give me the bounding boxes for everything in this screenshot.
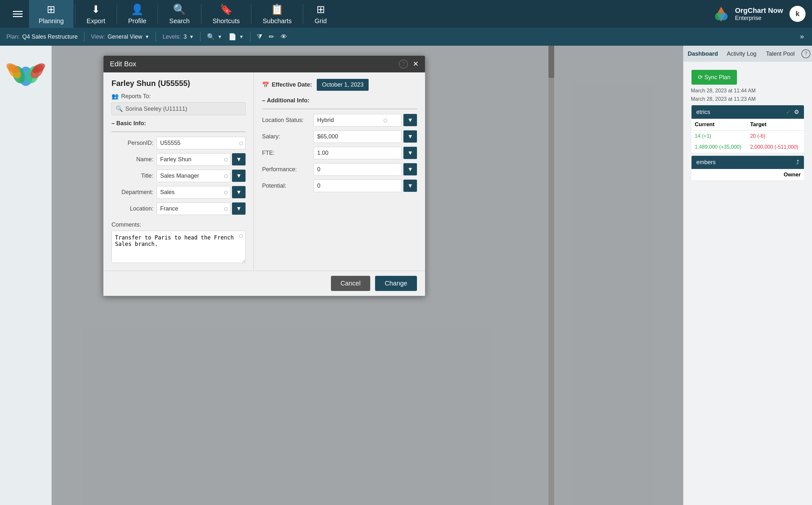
department-dropdown-button[interactable]: ▼ [232,186,245,198]
performance-dropdown-button[interactable]: ▼ [403,163,417,175]
potential-input[interactable] [314,180,402,192]
location-row: Location: ⬡ ▼ [112,202,245,215]
title-input[interactable] [156,170,230,182]
person-id-label: PersonID: [112,140,153,146]
modal-right-section: 📅 Effective Date: October 1, 2023 – Addi… [254,72,425,271]
export-control[interactable]: 📄 ▼ [228,33,244,40]
title-row: Title: ⬡ ▼ [112,170,245,182]
hamburger-menu[interactable] [6,8,29,20]
performance-field: ▼ [314,163,417,176]
potential-row: Potential: ▼ [262,180,417,192]
nav-item-search[interactable]: 🔍 Search [159,0,199,28]
salary-dropdown-button[interactable]: ▼ [403,130,417,143]
department-input[interactable] [156,186,230,199]
search-small-icon: 🔍 [116,105,123,112]
group-icon: 👥 [112,93,119,100]
toolbar-divider-4 [250,32,250,41]
nav-item-shortcuts[interactable]: 🔖 Shortcuts [203,0,249,28]
modal-close-button[interactable]: ✕ [413,60,419,68]
metrics-check-icon[interactable]: ✓ [786,109,791,116]
nav-item-export[interactable]: ⬇ Export [77,0,115,28]
metrics-row-1: 14 (+1) 20 (-6) [692,131,804,142]
name-label: Name: [112,156,153,163]
levels-chevron-icon: ▼ [189,34,194,39]
title-dropdown-button[interactable]: ▼ [232,170,245,182]
modal-body: Farley Shun (U55555) 👥 Reports To: 🔍 Sor… [103,72,425,271]
right-panel-help-button[interactable]: ? [801,49,810,58]
comments-textarea[interactable] [112,231,245,263]
nav-divider-4 [201,4,201,23]
reports-to-field[interactable]: 🔍 Sorina Seeley (U11111) [112,102,245,115]
levels-value: 3 [183,33,187,40]
levels-selector[interactable]: Levels: 3 ▼ [162,33,194,40]
fte-dropdown-button[interactable]: ▼ [403,147,417,159]
modal-footer: Cancel Change [103,271,425,296]
reports-to-label: 👥 Reports To: [112,93,245,100]
zoom-icon: 🔍 [207,33,215,40]
name-input[interactable] [156,153,230,166]
tab-dashboard[interactable]: Dashboard [683,47,722,60]
location-input[interactable] [156,202,230,215]
basic-info-header: – Basic Info: [112,120,245,127]
person-id-input[interactable] [156,137,245,149]
effective-date-value[interactable]: October 1, 2023 [317,79,369,91]
performance-input[interactable] [314,163,402,176]
location-status-dropdown-button[interactable]: ▼ [403,114,417,126]
pencil-btn[interactable]: ✏ [269,33,274,40]
metrics-title: etrics [696,109,710,116]
salary-label: Salary: [262,133,310,140]
members-share-icon[interactable]: ⤴ [796,159,799,166]
left-panel [0,46,51,505]
eye-icon: 👁 [281,33,287,40]
nav-item-grid[interactable]: ⊞ Grid [305,0,336,28]
nav-divider-5 [251,4,251,23]
document-icon: 📄 [228,33,236,40]
tab-talent-pool[interactable]: Talent Pool [761,47,800,60]
location-dropdown-button[interactable]: ▼ [232,202,245,215]
potential-dropdown-button[interactable]: ▼ [403,180,417,192]
expand-arrows-icon[interactable]: » [799,31,806,42]
filter-icon: ⧩ [257,33,262,40]
name-dropdown-button[interactable]: ▼ [232,153,245,165]
tab-activity-log[interactable]: Activity Log [722,47,761,60]
comments-label: Comments: [112,221,245,228]
location-status-input[interactable] [314,114,402,127]
department-field: ⬡ ▼ [156,186,245,199]
person-id-row: PersonID: ⬡ [112,137,245,149]
nav-item-profile[interactable]: 👤 Profile [119,0,156,28]
department-row: Department: ⬡ ▼ [112,186,245,199]
eye-btn[interactable]: 👁 [281,33,287,40]
basic-info-divider [112,132,245,132]
top-navigation: ⊞ Planning ⬇ Export 👤 Profile 🔍 Search 🔖… [0,0,812,28]
toolbar-divider-2 [156,32,156,41]
user-avatar[interactable]: k [790,6,806,22]
export-icon: ⬇ [92,3,100,15]
view-selector[interactable]: View: General View ▼ [91,33,149,40]
change-button[interactable]: Change [375,276,417,291]
modal-help-button[interactable]: ? [399,59,408,68]
zoom-control[interactable]: 🔍 ▼ [207,33,222,40]
edit-box-modal: Edit Box ? ✕ Farley Shun (U55555) 👥 Repo… [103,55,425,296]
timestamp-2: March 28, 2023 at 11:23 AM [691,96,805,102]
plan-selector[interactable]: Plan: Q4 Sales Restructure [6,33,78,40]
nav-item-planning[interactable]: ⊞ Planning [29,0,74,28]
metrics-row-2: 1,489,000 (+35,000) 2,000,000 (-511,000) [692,142,804,153]
cancel-button[interactable]: Cancel [331,276,370,291]
location-label: Location: [112,205,153,212]
metrics-gear-icon[interactable]: ⚙ [794,109,799,116]
modal-header: Edit Box ? ✕ [103,56,425,72]
right-panel-tabs: Dashboard Activity Log Talent Pool ? [683,46,812,62]
person-id-ext-icon: ⬡ [239,141,243,146]
nav-item-subcharts[interactable]: 📋 Subcharts [253,0,301,28]
sync-plan-button[interactable]: ⟳ Sync Plan [692,70,737,85]
salary-input[interactable] [314,130,402,143]
fte-input[interactable] [314,147,402,159]
location-status-field: ⬡ ▼ [314,114,417,127]
reports-to-value: Sorina Seeley (U11111) [125,106,187,112]
nav-label-shortcuts: Shortcuts [213,17,240,25]
timestamp-1: March 28, 2023 at 11:44 AM [691,88,805,94]
chart-area: Edit Box ? ✕ Farley Shun (U55555) 👥 Repo… [51,46,683,505]
filter-btn[interactable]: ⧩ [257,33,262,40]
title-ext-icon: ⬡ [224,173,228,179]
metrics-target-2: 2,000,000 (-511,000) [747,142,804,153]
